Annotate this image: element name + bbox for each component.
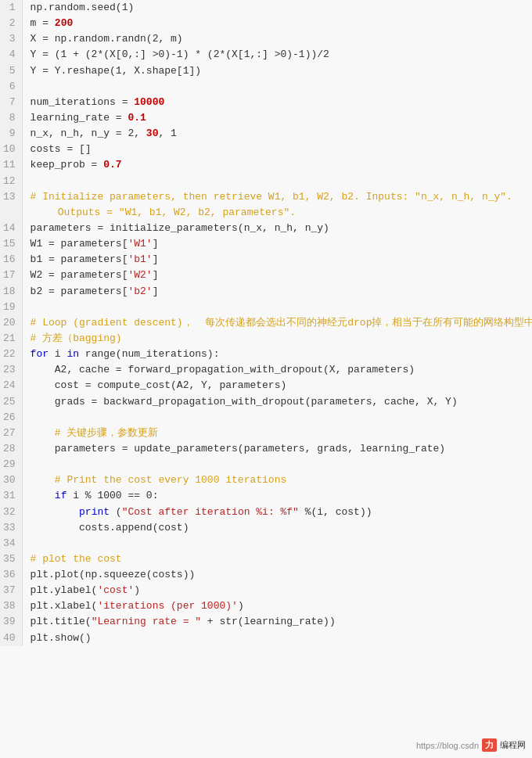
code-line: 34	[0, 536, 532, 551]
line-content: plt.plot(np.squeeze(costs))	[22, 567, 532, 583]
line-content: num_iterations = 10000	[22, 95, 532, 110]
line-content: for i in range(num_iterations):	[22, 347, 532, 362]
line-content	[22, 79, 532, 95]
code-line: 31 if i % 1000 == 0:	[0, 488, 532, 504]
code-line: 27 # 关键步骤，参数更新	[0, 426, 532, 441]
code-line: 35# plot the cost	[0, 551, 532, 567]
line-number: 23	[0, 362, 22, 378]
line-number: 25	[0, 394, 22, 410]
line-number: 26	[0, 410, 22, 426]
code-line: 30 # Print the cost every 1000 iteration…	[0, 472, 532, 488]
code-line: 9n_x, n_h, n_y = 2, 30, 1	[0, 126, 532, 142]
code-line: 5Y = Y.reshape(1, X.shape[1])	[0, 63, 532, 79]
code-line: 37plt.ylabel('cost')	[0, 583, 532, 598]
line-number: 40	[0, 630, 22, 646]
code-line: 20# Loop (gradient descent)， 每次传递都会选出不同的…	[0, 315, 532, 331]
line-content: plt.title("Learning rate = " + str(learn…	[22, 614, 532, 630]
code-line: 36plt.plot(np.squeeze(costs))	[0, 567, 532, 583]
line-number: 10	[0, 142, 22, 157]
line-number: 22	[0, 347, 22, 362]
code-line: 14parameters = initialize_parameters(n_x…	[0, 221, 532, 236]
code-line: 22for i in range(num_iterations):	[0, 347, 532, 362]
line-number: 28	[0, 441, 22, 457]
line-number: 1	[0, 0, 22, 16]
line-number: 3	[0, 31, 22, 47]
line-content: # 关键步骤，参数更新	[22, 426, 532, 441]
code-line: 18b2 = parameters['b2']	[0, 284, 532, 300]
line-content: parameters = update_parameters(parameter…	[22, 441, 532, 457]
code-line: 23 A2, cache = forward_propagation_with_…	[0, 362, 532, 378]
code-line: 19	[0, 300, 532, 315]
line-content: costs = []	[22, 142, 532, 157]
code-line: 28 parameters = update_parameters(parame…	[0, 441, 532, 457]
line-content	[22, 174, 532, 189]
line-number: 19	[0, 300, 22, 315]
line-content	[22, 457, 532, 472]
line-content: # 方差（bagging)	[22, 331, 532, 347]
code-line: 24 cost = compute_cost(A2, Y, parameters…	[0, 378, 532, 393]
line-number: 20	[0, 315, 22, 331]
code-line: 7num_iterations = 10000	[0, 95, 532, 110]
line-number: 7	[0, 95, 22, 110]
line-content: np.random.seed(1)	[22, 0, 532, 16]
watermark: https://blog.csdn 力 编程网	[416, 738, 526, 752]
watermark-url: https://blog.csdn	[416, 741, 479, 750]
line-number: 13	[0, 189, 22, 221]
code-line: 33 costs.append(cost)	[0, 520, 532, 536]
code-line: 25 grads = backward_propagation_with_dro…	[0, 394, 532, 410]
code-line: 17W2 = parameters['W2']	[0, 268, 532, 283]
code-line: 26	[0, 410, 532, 426]
line-content: plt.ylabel('cost')	[22, 583, 532, 598]
line-content: plt.xlabel('iterations (per 1000)')	[22, 598, 532, 614]
line-number: 6	[0, 79, 22, 95]
line-content: b1 = parameters['b1']	[22, 252, 532, 268]
line-content: print ("Cost after iteration %i: %f" %(i…	[22, 505, 532, 520]
code-line: 39plt.title("Learning rate = " + str(lea…	[0, 614, 532, 630]
code-line: 2m = 200	[0, 16, 532, 31]
line-number: 32	[0, 505, 22, 520]
line-number: 33	[0, 520, 22, 536]
line-number: 27	[0, 426, 22, 441]
line-content: # Loop (gradient descent)， 每次传递都会选出不同的神经…	[22, 315, 532, 331]
line-number: 38	[0, 598, 22, 614]
line-content: A2, cache = forward_propagation_with_dro…	[22, 362, 532, 378]
line-number: 8	[0, 110, 22, 126]
line-number: 36	[0, 567, 22, 583]
line-number: 39	[0, 614, 22, 630]
line-number: 11	[0, 157, 22, 173]
line-number: 9	[0, 126, 22, 142]
line-number: 37	[0, 583, 22, 598]
line-content: W1 = parameters['W1']	[22, 236, 532, 252]
line-number: 21	[0, 331, 22, 347]
line-number: 30	[0, 472, 22, 488]
code-line: 4Y = (1 + (2*(X[0,:] >0)-1) * (2*(X[1,:]…	[0, 47, 532, 63]
line-content: # Print the cost every 1000 iterations	[22, 472, 532, 488]
line-content	[22, 300, 532, 315]
line-number: 15	[0, 236, 22, 252]
line-content: Y = (1 + (2*(X[0,:] >0)-1) * (2*(X[1,:] …	[22, 47, 532, 63]
line-content	[22, 536, 532, 551]
code-line: 12	[0, 174, 532, 189]
line-number: 2	[0, 16, 22, 31]
code-container: 1np.random.seed(1)2m = 2003X = np.random…	[0, 0, 532, 758]
line-number: 16	[0, 252, 22, 268]
line-content: if i % 1000 == 0:	[22, 488, 532, 504]
code-line: 10costs = []	[0, 142, 532, 157]
code-line: 40plt.show()	[0, 630, 532, 646]
watermark-label: 编程网	[500, 739, 526, 751]
line-number: 14	[0, 221, 22, 236]
line-content: costs.append(cost)	[22, 520, 532, 536]
code-line: 29	[0, 457, 532, 472]
line-content: Y = Y.reshape(1, X.shape[1])	[22, 63, 532, 79]
line-content: keep_prob = 0.7	[22, 157, 532, 173]
line-number: 4	[0, 47, 22, 63]
code-line: 11keep_prob = 0.7	[0, 157, 532, 173]
line-content	[22, 410, 532, 426]
line-number: 35	[0, 551, 22, 567]
line-content: # plot the cost	[22, 551, 532, 567]
line-number: 17	[0, 268, 22, 283]
code-line: 21# 方差（bagging)	[0, 331, 532, 347]
code-line: 13# Initialize parameters, then retrieve…	[0, 189, 532, 221]
code-line: 16b1 = parameters['b1']	[0, 252, 532, 268]
code-line: 38plt.xlabel('iterations (per 1000)')	[0, 598, 532, 614]
